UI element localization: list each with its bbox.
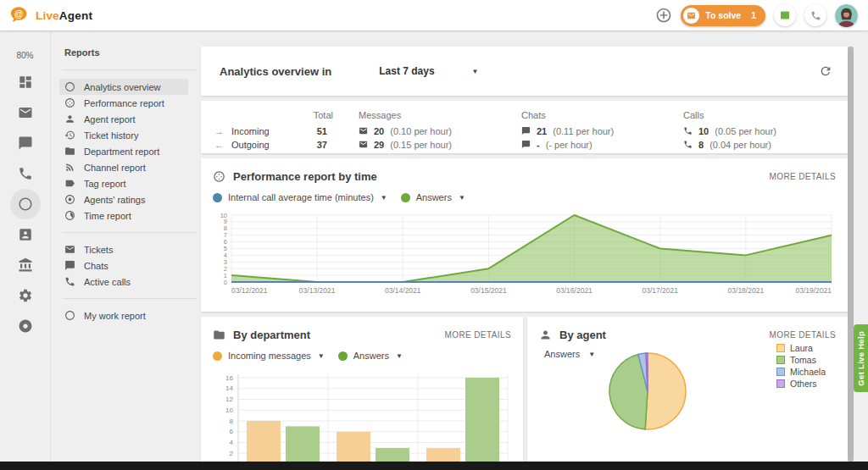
sidebar-item-channel-report[interactable]: Channel report	[51, 159, 197, 175]
total-value: 37	[317, 140, 327, 150]
sidebar-item-label: Department report	[84, 147, 159, 157]
rail-item-bank[interactable]	[10, 250, 41, 280]
divider	[63, 298, 197, 299]
legend-swatch	[776, 356, 785, 364]
sidebar-item-time-report[interactable]: Time report	[51, 207, 197, 224]
svg-text:03/17/2021: 03/17/2021	[642, 286, 678, 295]
svg-text:03/18/2021: 03/18/2021	[728, 286, 765, 295]
vertical-scrollbar[interactable]	[848, 47, 854, 462]
sidebar-item-label: Time report	[84, 211, 131, 221]
sidebar-item-my-work-report[interactable]: My work report	[51, 307, 197, 323]
rail-item-reports[interactable]	[10, 189, 41, 219]
chevron-down-icon: ▼	[588, 351, 595, 358]
svg-text:1: 1	[224, 272, 227, 279]
more-details-link[interactable]: MORE DETAILS	[444, 330, 511, 340]
svg-text:03/15/2021: 03/15/2021	[470, 286, 507, 295]
icon-rail: 80%	[0, 30, 51, 462]
svg-text:6: 6	[230, 428, 234, 435]
to-solve-button[interactable]: To solve 1	[681, 5, 765, 26]
row-label: Outgoing	[231, 140, 270, 150]
stats-card: Total Messages Chats Calls →Incoming 51 …	[201, 101, 848, 153]
svg-text:8: 8	[224, 224, 227, 232]
messages-rate: (0.15 per hour)	[390, 140, 452, 150]
svg-text:0: 0	[224, 279, 227, 286]
topbar-actions: To solve 1	[655, 4, 858, 27]
arrow-left-icon: ←	[214, 140, 231, 150]
sidebar-item-tag-report[interactable]: Tag report	[51, 175, 197, 191]
get-live-help-tab[interactable]: Get Live Help	[854, 324, 868, 392]
calls-value: 8	[698, 140, 704, 150]
calls-rate: (0.04 per hour)	[709, 140, 771, 150]
col-calls: Calls	[683, 110, 848, 120]
donut-icon	[64, 81, 75, 92]
legend-label: Michaela	[790, 367, 826, 377]
legend-dot-blue	[213, 193, 222, 202]
chevron-down-icon: ▼	[459, 194, 465, 202]
sidebar-item-label: Agents' ratings	[84, 195, 145, 205]
svg-text:03/13/2021: 03/13/2021	[299, 286, 336, 295]
sidebar-item-label: Ticket history	[84, 130, 138, 141]
sidebar-item-tickets[interactable]: Tickets	[51, 241, 197, 257]
sidebar-item-department-report[interactable]: Department report	[51, 143, 197, 159]
add-button[interactable]	[655, 7, 672, 24]
date-range-value: Last 7 days	[379, 65, 434, 77]
chat-icon	[64, 260, 75, 271]
phone-icon	[683, 140, 693, 149]
date-range-select[interactable]: Last 7 days ▼	[379, 65, 478, 77]
rail-item-apps[interactable]	[10, 311, 41, 341]
svg-text:7: 7	[224, 231, 227, 239]
legend-dot-orange	[213, 351, 222, 361]
phone-icon	[810, 10, 821, 21]
svg-text:03/19/2021: 03/19/2021	[795, 286, 832, 295]
sidebar-item-performance-report[interactable]: Performance report	[51, 95, 197, 111]
legend-label[interactable]: Incoming messages	[228, 351, 311, 361]
reports-title: Reports	[51, 30, 197, 69]
dashboard-icon	[18, 75, 33, 90]
liveagent-logo[interactable]: @ LiveAgent	[10, 6, 92, 25]
arrow-right-icon: →	[214, 126, 231, 136]
messages-rate: (0.10 per hour)	[390, 126, 452, 136]
chevron-down-icon: ▼	[396, 352, 403, 360]
chats-button[interactable]	[774, 4, 796, 26]
refresh-button[interactable]	[819, 64, 832, 78]
rail-item-dashboard[interactable]	[10, 67, 41, 97]
sidebar-item-label: Active calls	[84, 277, 131, 287]
ring-icon	[18, 318, 33, 334]
rail-item-mail[interactable]	[10, 97, 41, 128]
by-department-card: By department MORE DETAILS Incoming mess…	[201, 317, 523, 470]
legend-dot-green	[338, 351, 348, 361]
by-agent-card: By agent MORE DETAILS Answers ▼ Laura To…	[527, 317, 848, 470]
rail-item-settings[interactable]	[10, 280, 41, 311]
rail-item-chat[interactable]	[10, 128, 41, 158]
legend-item-michaela: Michaela	[776, 366, 826, 378]
performance-icon	[64, 97, 75, 108]
legend-label[interactable]: Answers	[416, 192, 452, 202]
card-title: By department	[233, 329, 310, 341]
legend-swatch	[776, 379, 785, 388]
chat-icon	[521, 140, 531, 149]
rail-item-phone[interactable]	[10, 158, 41, 189]
performance-icon	[213, 170, 225, 183]
sidebar-item-agents-ratings[interactable]: Agents' ratings	[51, 191, 197, 207]
sidebar-item-label: Analytics overview	[84, 82, 160, 92]
sidebar-item-chats[interactable]: Chats	[51, 257, 197, 274]
legend-label[interactable]: Internal call average time (minutes)	[228, 192, 374, 202]
more-details-link[interactable]: MORE DETAILS	[769, 172, 836, 181]
sidebar-item-analytics-overview[interactable]: Analytics overview	[59, 79, 188, 95]
legend-swatch	[776, 344, 785, 352]
sidebar-item-active-calls[interactable]: Active calls	[51, 274, 197, 290]
svg-text:10: 10	[220, 212, 227, 219]
col-total: Total	[296, 110, 333, 120]
sidebar-item-agent-report[interactable]: Agent report	[51, 111, 197, 127]
more-details-link[interactable]: MORE DETAILS	[769, 330, 836, 340]
legend-label: Others	[790, 379, 817, 389]
calls-button[interactable]	[804, 4, 826, 26]
legend-label[interactable]: Answers	[353, 351, 389, 361]
rail-item-contact-card[interactable]	[10, 219, 41, 250]
top-bar: @ LiveAgent To solve 1	[0, 0, 868, 30]
agent-pie-chart	[600, 344, 695, 439]
avatar[interactable]	[835, 4, 858, 27]
sidebar-item-ticket-history[interactable]: Ticket history	[51, 127, 197, 143]
legend-dot-green	[401, 193, 410, 202]
legend-swatch	[776, 368, 785, 376]
